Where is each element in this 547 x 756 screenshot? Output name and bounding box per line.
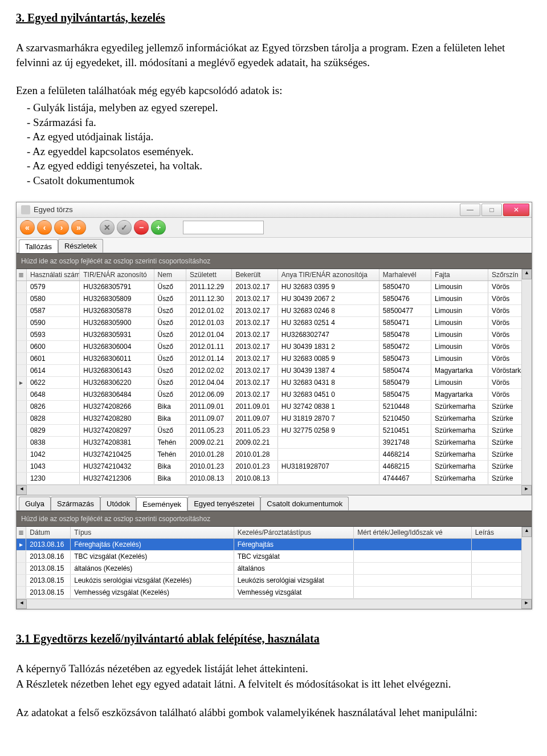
table-row[interactable]: 0580HU3268305809Üsző2011.12.302013.02.17… [17, 292, 532, 304]
list-item: Az egyed eddigi tenyészetei, ha voltak. [27, 158, 531, 173]
list-item: Csatolt dokumentumok [27, 173, 531, 188]
table-row[interactable]: 2013.08.15Vemhesség vizsgálat (Kezelés)V… [17, 586, 532, 598]
column-header[interactable]: Mért érték/Jelleg/Időszak vé [354, 527, 471, 539]
tab-tallozas[interactable]: Tallózás [19, 239, 58, 253]
row-marker: ▸ [17, 376, 26, 388]
save-button[interactable]: ✓ [117, 220, 132, 235]
nav-last-button[interactable]: » [71, 220, 86, 235]
table-cell: 2012.02.02 [186, 364, 232, 376]
table-row[interactable]: 0593HU3268305931Üsző2012.01.042013.02.17… [17, 328, 532, 340]
close-button[interactable]: ✕ [503, 204, 529, 216]
subtab-esemenyek[interactable]: Események [136, 497, 187, 511]
table-row[interactable]: 0838HU3274208381Tehén2009.02.212009.02.2… [17, 436, 532, 448]
table-cell: 2011.12.29 [186, 281, 232, 292]
scroll-up-icon[interactable]: ▲ [522, 269, 532, 279]
table-cell: Üsző [154, 424, 186, 436]
maximize-button[interactable]: □ [481, 204, 502, 216]
table-row[interactable]: 0826HU3274208266Bika2011.09.012011.09.01… [17, 400, 532, 412]
search-input[interactable] [183, 221, 264, 234]
table-cell: Üsző [154, 281, 186, 292]
table-cell: HU3274212306 [80, 472, 154, 484]
table-row[interactable]: 2013.08.15Leukózis serológiai vizsgálat … [17, 574, 532, 586]
table-row[interactable]: 0600HU3268306004Üsző2012.01.112013.02.17… [17, 340, 532, 352]
delete-button[interactable]: − [134, 220, 149, 235]
table-row[interactable]: 0648HU3268306484Üsző2012.06.092013.02.17… [17, 388, 532, 400]
group-by-hint-top[interactable]: Húzd ide az oszlop fejlécét az oszlop sz… [17, 253, 532, 269]
list-item: Származási fa. [27, 115, 531, 130]
table-cell: 0826 [26, 400, 79, 412]
scroll-right-icon[interactable]: ► [521, 485, 532, 495]
table-cell: Limousin [431, 328, 488, 340]
column-header[interactable]: TIR/ENÁR azonosító [80, 269, 154, 281]
subtab-tenyeszetek[interactable]: Egyed tenyészetei [187, 497, 260, 510]
minimize-button[interactable]: — [460, 204, 480, 216]
table-row[interactable]: 0590HU3268305900Üsző2012.01.032013.02.17… [17, 316, 532, 328]
column-header[interactable]: Fajta [431, 269, 488, 281]
add-button[interactable]: + [151, 220, 166, 235]
bottom-table: ≣ Dátum Típus Kezelés/Pároztatástípus Mé… [17, 527, 532, 599]
column-header[interactable]: Használati szám [26, 269, 79, 281]
subtab-szarmazas[interactable]: Származás [51, 497, 100, 510]
window-title-bar: Egyed törzs — □ ✕ [17, 202, 532, 218]
horizontal-scrollbar-top[interactable]: ◄ ► [17, 485, 532, 495]
tab-reszletek[interactable]: Részletek [58, 239, 103, 253]
scroll-left-icon[interactable]: ◄ [17, 485, 27, 495]
table-row[interactable]: 1042HU3274210425Tehén2010.01.282010.01.2… [17, 448, 532, 460]
table-row[interactable]: ▸2013.08.16Féreghajtás (Kezelés)Féreghaj… [17, 538, 532, 550]
table-row[interactable]: ▸0622HU3268306220Üsző2012.04.042013.02.1… [17, 376, 532, 388]
nav-next-button[interactable]: › [54, 220, 69, 235]
table-row[interactable]: 0601HU3268306011Üsző2012.01.142013.02.17… [17, 352, 532, 364]
table-cell: 3921748 [379, 436, 431, 448]
column-header[interactable]: Kezelés/Pároztatástípus [234, 527, 354, 539]
table-cell: 2012.01.03 [186, 316, 232, 328]
subtab-gulya[interactable]: Gulya [19, 497, 51, 510]
column-header[interactable]: Típus [71, 527, 234, 539]
nav-prev-button[interactable]: ‹ [37, 220, 52, 235]
row-marker [17, 316, 26, 328]
horizontal-scrollbar-bottom[interactable]: ◄ ► [17, 599, 532, 609]
scroll-up-icon[interactable]: ▲ [522, 527, 532, 537]
table-cell: 0600 [26, 340, 79, 352]
column-header-marker[interactable]: ≣ [17, 269, 26, 281]
vertical-scrollbar[interactable]: ▲ [521, 527, 532, 599]
table-cell: HU3274208280 [80, 412, 154, 424]
vertical-scrollbar[interactable]: ▲ [521, 269, 532, 485]
table-cell: 2009.02.21 [232, 436, 277, 448]
row-marker [17, 562, 26, 574]
column-header[interactable]: Dátum [26, 527, 71, 539]
table-cell: HU3268305900 [80, 316, 154, 328]
table-cell [354, 538, 471, 550]
table-row[interactable]: 0587HU3268305878Üsző2012.01.022013.02.17… [17, 304, 532, 316]
table-cell: 2011.09.07 [186, 412, 232, 424]
table-row[interactable]: 0579HU3268305791Üsző2011.12.292013.02.17… [17, 281, 532, 292]
nav-first-button[interactable]: « [20, 220, 35, 235]
table-cell: Szürkemarha [431, 400, 488, 412]
scroll-left-icon[interactable]: ◄ [17, 599, 27, 609]
subtab-utodok[interactable]: Utódok [100, 497, 136, 510]
cancel-button[interactable]: ✕ [100, 220, 115, 235]
row-marker [17, 412, 26, 424]
column-header[interactable]: Anya TIR/ENÁR azonosítója [277, 269, 379, 281]
column-header[interactable]: Nem [154, 269, 186, 281]
paragraph: A képernyő Tallózás nézetében az egyedek… [16, 661, 531, 676]
group-by-hint-bottom[interactable]: Húzd ide az oszlop fejlécét az oszlop sz… [17, 511, 532, 527]
column-header[interactable]: Marhalevél [379, 269, 431, 281]
row-marker [17, 281, 26, 292]
table-row[interactable]: 2013.08.16TBC vizsgálat (Kezelés)TBC viz… [17, 550, 532, 562]
table-row[interactable]: 2013.08.15általános (Kezelés)általános [17, 562, 532, 574]
table-row[interactable]: 1230HU3274212306Bika2010.08.132010.08.13… [17, 472, 532, 484]
table-cell: HU3274210425 [80, 448, 154, 460]
table-row[interactable]: 0828HU3274208280Bika2011.09.072011.09.07… [17, 412, 532, 424]
column-header-marker[interactable]: ≣ [17, 527, 26, 539]
row-marker [17, 388, 26, 400]
table-row[interactable]: 1043HU3274210432Bika2010.01.232010.01.23… [17, 460, 532, 472]
table-cell: Szürkemarha [431, 448, 488, 460]
table-cell: HU 32683 0085 9 [277, 352, 379, 364]
table-row[interactable]: 0614HU3268306143Üsző2012.02.022013.02.17… [17, 364, 532, 376]
column-header[interactable]: Született [186, 269, 232, 281]
scroll-right-icon[interactable]: ► [521, 599, 532, 609]
table-row[interactable]: 0829HU3274208297Üsző2011.05.232011.05.23… [17, 424, 532, 436]
table-cell: HU3268305878 [80, 304, 154, 316]
column-header[interactable]: Bekerült [232, 269, 277, 281]
subtab-dokumentumok[interactable]: Csatolt dokumentumok [260, 497, 349, 510]
